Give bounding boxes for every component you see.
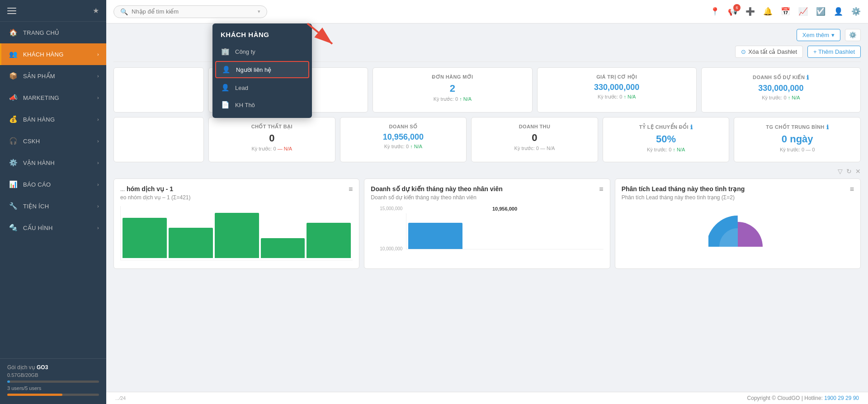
users-fill [7, 394, 62, 396]
checkbox-icon[interactable]: ☑️ [816, 7, 826, 16]
stat-prev-ty-le-chuyen-doi: Kỳ trước: 0 ↑ N/A [610, 147, 722, 153]
main-content: 🔍 ▾ 📍 📢 6 ➕ 🔔 📅 📈 ☑️ 👤 ⚙️ [106, 0, 868, 404]
chevron-right-icon: › [97, 203, 99, 209]
sidebar-label-trang-chu: TRANG CHỦ [23, 29, 99, 36]
chart-title-nhom-dich-vu: ... hóm dịch vụ - 1 [120, 185, 191, 193]
stat-value-gia-tri-co-hoi[interactable]: 330,000,000 [545, 83, 689, 92]
sidebar-item-cau-hinh[interactable]: 🔩 CẤU HÌNH › [0, 217, 106, 239]
hotline-link[interactable]: 1900 29 29 90 [824, 395, 859, 401]
stat-prev-chot-that-bai: Kỳ trước: 0 — N/A [216, 146, 328, 152]
location-icon[interactable]: 📍 [710, 7, 720, 16]
sidebar-item-ban-hang[interactable]: 💰 BÁN HÀNG › [0, 108, 106, 130]
refresh-icon[interactable]: ↻ [846, 168, 852, 175]
close-icon[interactable]: ✕ [855, 168, 861, 175]
search-icon: 🔍 [120, 8, 128, 15]
chevron-down-icon: ▾ [831, 32, 835, 38]
stat-label-doanh-thu: DOANH THU [479, 124, 590, 129]
stat-value-doanh-thu[interactable]: 0 [479, 132, 590, 144]
search-bar[interactable]: 🔍 ▾ [113, 5, 267, 18]
stat-value-chot-that-bai[interactable]: 0 [216, 132, 328, 144]
users-label: 3 users/5 users [7, 385, 99, 391]
them-dashlet-button[interactable]: + Thêm Dashlet [807, 46, 861, 58]
chart-title-doanh-so-nv: Doanh số dự kiến tháng này theo nhân viê… [371, 185, 502, 193]
contact-icon: 👤 [222, 66, 231, 74]
add-icon[interactable]: ➕ [745, 7, 755, 16]
stat-prev-doanh-thu: Kỳ trước: 0 — N/A [479, 146, 590, 151]
sidebar: ★ 🏠 TRANG CHỦ 👥 KHÁCH HÀNG › 📦 SẢN PHẨM … [0, 0, 106, 404]
dropdown-title: KHÁCH HÀNG [212, 28, 312, 43]
filter-icon[interactable]: ▽ [838, 168, 843, 175]
khach-hang-dropdown: KHÁCH HÀNG 🏢 Công ty 👤 Người liên hệ 👤 L… [212, 23, 312, 118]
sidebar-label-ban-hang: BÁN HÀNG [23, 116, 97, 123]
notification-icon[interactable]: 📢 6 [728, 7, 737, 16]
sidebar-item-cskh[interactable]: 🎧 CSKH › [0, 130, 106, 152]
utility-icon: 🔧 [9, 201, 19, 211]
footer: ...∕24 Copyright © CloudGO | Hotline: 19… [106, 392, 868, 404]
chart-title-lead: Phân tích Lead tháng này theo tình trạng [622, 185, 745, 193]
sidebar-item-san-pham[interactable]: 📦 SẢN PHẨM › [0, 65, 106, 87]
settings-icon[interactable]: ⚙️ [851, 7, 861, 16]
dropdown-item-lead[interactable]: 👤 Lead [212, 79, 312, 96]
star-icon[interactable]: ★ [93, 6, 99, 15]
chart-phan-tich-lead: Phân tích Lead tháng này theo tình trạng… [615, 179, 861, 269]
page-header-right: Xem thêm ▾ ⚙️ [797, 29, 861, 41]
sidebar-item-bao-cao[interactable]: 📊 BÁO CÁO › [0, 174, 106, 195]
info-icon-doanh-so[interactable]: ℹ [807, 74, 809, 81]
bar-area: 10,956,000 [406, 206, 603, 251]
bell-icon[interactable]: 🔔 [763, 7, 773, 16]
stat-label-don-hang-moi: ĐƠN HÀNG MỚI [380, 74, 524, 80]
hamburger-icon[interactable] [7, 8, 16, 14]
chevron-right-icon: › [97, 73, 99, 79]
sidebar-item-trang-chu[interactable]: 🏠 TRANG CHỦ [0, 22, 106, 43]
user-icon[interactable]: 👤 [834, 7, 843, 16]
y-label-15m: 15,000,000 [371, 206, 402, 211]
topbar-icons: 📍 📢 6 ➕ 🔔 📅 📈 ☑️ 👤 ⚙️ [710, 7, 861, 16]
dropdown-label-kh-tho: KH Thô [235, 102, 255, 108]
search-input[interactable] [132, 8, 240, 15]
chart-bars-nhom [120, 206, 353, 260]
lead-icon: 👤 [221, 84, 230, 92]
sidebar-item-khach-hang[interactable]: 👥 KHÁCH HÀNG › [0, 43, 106, 65]
xoa-dashlet-button[interactable]: ⊙ Xóa tất cả Dashlet [735, 46, 803, 58]
sidebar-label-khach-hang: KHÁCH HÀNG [23, 51, 97, 58]
stat-value-tg-chot[interactable]: 0 ngày [741, 133, 853, 145]
info-icon-tg-chot[interactable]: ℹ [826, 124, 829, 131]
chart-subtitle-nhom-dich-vu: eo nhóm dịch vụ – 1 (Σ=421) [120, 194, 191, 201]
config-icon: 🔩 [9, 223, 19, 233]
product-icon: 📦 [9, 71, 19, 81]
chart-icon[interactable]: 📈 [798, 7, 808, 16]
stat-value-don-hang-moi[interactable]: 2 [380, 83, 524, 94]
sidebar-item-marketing[interactable]: 📣 MARKETING › [0, 87, 106, 108]
stat-prev-doanh-so: Kỳ trước: 0 ↑ N/A [348, 144, 459, 150]
gear-settings-button[interactable]: ⚙️ [845, 29, 861, 41]
chart-menu-lead[interactable]: ≡ [850, 185, 854, 193]
stat-prev-tg-chot: Kỳ trước: 0 — 0 [741, 147, 853, 153]
stat-card-doanh-so: DOANH SỐ 10,956,000 Kỳ trước: 0 ↑ N/A [340, 117, 467, 162]
users-icon: 👥 [9, 49, 19, 59]
chart-menu-doanh-so-nv[interactable]: ≡ [599, 185, 603, 193]
khach-hang-menu: KHÁCH HÀNG 🏢 Công ty 👤 Người liên hệ 👤 L… [212, 23, 312, 118]
bar-chart-area [406, 213, 603, 249]
stat-label-doanh-so-du-kien: DOANH SỐ DỰ KIẾN ℹ [709, 74, 853, 81]
stat-label-chot-that-bai: CHỐT THẤT BẠI [216, 124, 328, 130]
sidebar-item-van-hanh[interactable]: ⚙️ VẬN HÀNH › [0, 152, 106, 174]
stat-value-doanh-so[interactable]: 10,956,000 [348, 132, 459, 142]
dropdown-item-kh-tho[interactable]: 📄 KH Thô [212, 96, 312, 113]
dropdown-item-nguoi-lien-he[interactable]: 👤 Người liên hệ [215, 61, 309, 78]
sidebar-item-tien-ich[interactable]: 🔧 TIỆN ÍCH › [0, 195, 106, 217]
copyright-text: Copyright © CloudGO | Hotline: [747, 395, 825, 401]
dropdown-label-nguoi-lien-he: Người liên hệ [236, 66, 271, 73]
stat-value-doanh-so-du-kien[interactable]: 330,000,000 [709, 84, 853, 93]
calendar-icon[interactable]: 📅 [781, 7, 790, 16]
chevron-right-icon: › [97, 52, 99, 57]
dropdown-item-cong-ty[interactable]: 🏢 Công ty [212, 43, 312, 60]
sidebar-label-san-pham: SẢN PHẨM [23, 73, 97, 80]
info-icon-ty-le[interactable]: ℹ [690, 124, 693, 131]
xem-them-button[interactable]: Xem thêm ▾ [797, 29, 840, 41]
pie-chart-svg [708, 211, 767, 256]
stat-card-don-hang-moi: ĐƠN HÀNG MỚI 2 Kỳ trước: 0 ↑ N/A [373, 67, 532, 113]
stat-value-ty-le-chuyen-doi[interactable]: 50% [610, 133, 722, 145]
dropdown-label-cong-ty: Công ty [235, 48, 255, 55]
chart-menu-nhom-dich-vu[interactable]: ≡ [349, 185, 353, 193]
footer-left: ...∕24 [115, 395, 126, 401]
